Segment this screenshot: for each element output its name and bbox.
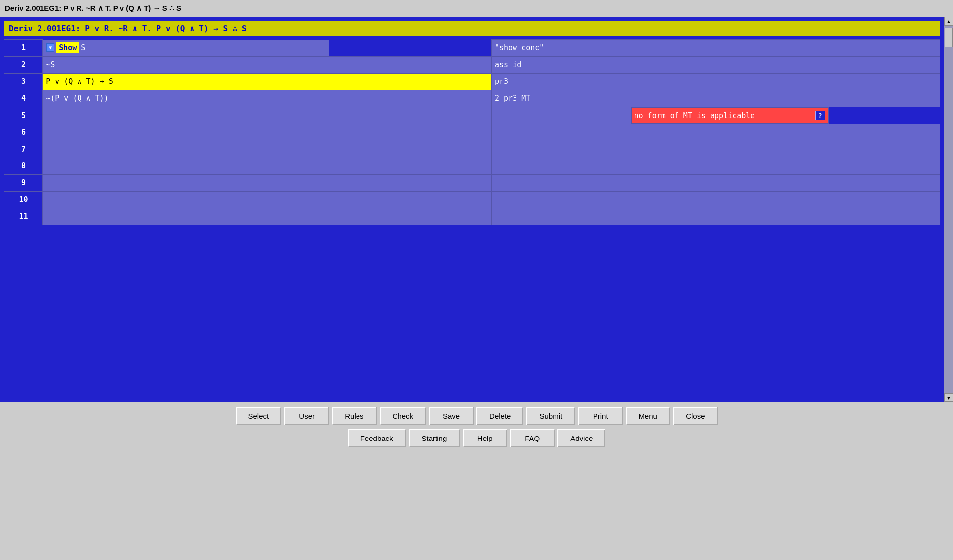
table-row: 4~(P v (Q ∧ T))2 pr3 MT bbox=[4, 90, 940, 107]
table-row: 1▼Show S"show conc" bbox=[4, 40, 940, 57]
row-number: 3 bbox=[4, 73, 43, 90]
row-formula: ~S bbox=[43, 56, 492, 73]
row-formula bbox=[43, 191, 492, 208]
dropdown-arrow-icon[interactable]: ▼ bbox=[46, 43, 54, 52]
user-button[interactable]: User bbox=[284, 407, 329, 425]
row-extra bbox=[631, 73, 940, 90]
row-extra bbox=[631, 90, 940, 107]
button-row-2: FeedbackStartingHelpFAQAdvice bbox=[0, 429, 953, 447]
delete-button[interactable]: Delete bbox=[476, 407, 523, 425]
row-extra bbox=[631, 191, 940, 208]
help-button[interactable]: Help bbox=[463, 429, 507, 447]
deriv-title: Deriv 2.001EG1: P v R. ~R ∧ T. P v (Q ∧ … bbox=[4, 21, 940, 36]
row-justification[interactable] bbox=[491, 107, 631, 124]
scroll-up-button[interactable]: ▲ bbox=[944, 17, 953, 26]
row-number: 1 bbox=[4, 40, 43, 57]
table-row: 9 bbox=[4, 174, 940, 191]
row-formula bbox=[43, 208, 492, 225]
menu-button[interactable]: Menu bbox=[626, 407, 670, 425]
row-number: 2 bbox=[4, 56, 43, 73]
row-formula bbox=[43, 124, 492, 141]
proof-table: 1▼Show S"show conc"2~Sass id3P v (Q ∧ T)… bbox=[4, 39, 940, 225]
row-justification[interactable] bbox=[491, 191, 631, 208]
row-number: 5 bbox=[4, 107, 43, 124]
help-q-badge[interactable]: ? bbox=[815, 111, 825, 120]
row-formula bbox=[43, 158, 492, 174]
row-number: 11 bbox=[4, 208, 43, 225]
row-justification[interactable] bbox=[491, 158, 631, 174]
row-justification[interactable]: 2 pr3 MT bbox=[491, 90, 631, 107]
row-number: 9 bbox=[4, 174, 43, 191]
table-row: 6 bbox=[4, 124, 940, 141]
row-justification[interactable]: "show conc" bbox=[491, 40, 631, 57]
table-row: 3P v (Q ∧ T) → Spr3 bbox=[4, 73, 940, 90]
button-row-1: SelectUserRulesCheckSaveDeleteSubmitPrin… bbox=[0, 407, 953, 425]
row-formula[interactable]: ▼Show S bbox=[43, 40, 329, 56]
advice-button[interactable]: Advice bbox=[557, 429, 605, 447]
row-extra bbox=[631, 208, 940, 225]
scrollbar[interactable]: ▲ ▼ bbox=[944, 17, 953, 402]
error-message: no form of MT is applicable bbox=[635, 111, 755, 120]
row-formula bbox=[43, 141, 492, 158]
row-formula bbox=[43, 107, 492, 124]
print-button[interactable]: Print bbox=[578, 407, 623, 425]
row-number: 8 bbox=[4, 158, 43, 174]
row-extra bbox=[631, 174, 940, 191]
check-button[interactable]: Check bbox=[380, 407, 427, 425]
show-label: Show bbox=[56, 42, 79, 53]
row-extra bbox=[631, 141, 940, 158]
table-row: 2~Sass id bbox=[4, 56, 940, 73]
table-row: 5no form of MT is applicable? bbox=[4, 107, 940, 124]
row-number: 4 bbox=[4, 90, 43, 107]
table-row: 8 bbox=[4, 158, 940, 174]
table-row: 10 bbox=[4, 191, 940, 208]
table-row: 7 bbox=[4, 141, 940, 158]
scroll-thumb[interactable] bbox=[945, 28, 953, 47]
row-justification[interactable]: ass id bbox=[491, 56, 631, 73]
feedback-button[interactable]: Feedback bbox=[348, 429, 406, 447]
starting-button[interactable]: Starting bbox=[409, 429, 460, 447]
title-bar: Deriv 2.001EG1: P v R. ~R ∧ T. P v (Q ∧ … bbox=[0, 0, 953, 17]
row-formula: ~(P v (Q ∧ T)) bbox=[43, 90, 492, 107]
row-formula: P v (Q ∧ T) → S bbox=[43, 73, 492, 90]
row-justification[interactable]: pr3 bbox=[491, 73, 631, 90]
row-extra bbox=[631, 124, 940, 141]
row-extra bbox=[631, 56, 940, 73]
close-button[interactable]: Close bbox=[673, 407, 717, 425]
scroll-down-button[interactable]: ▼ bbox=[944, 393, 953, 402]
select-button[interactable]: Select bbox=[236, 407, 282, 425]
row-justification[interactable] bbox=[491, 208, 631, 225]
scroll-track bbox=[944, 26, 953, 393]
row-number: 10 bbox=[4, 191, 43, 208]
row-justification[interactable] bbox=[491, 141, 631, 158]
row-extra bbox=[631, 40, 940, 57]
row-number: 6 bbox=[4, 124, 43, 141]
row-formula bbox=[43, 174, 492, 191]
faq-button[interactable]: FAQ bbox=[510, 429, 555, 447]
formula-text: S bbox=[81, 43, 85, 52]
row-justification[interactable] bbox=[491, 124, 631, 141]
row-extra: no form of MT is applicable? bbox=[631, 107, 829, 124]
row-justification[interactable] bbox=[491, 174, 631, 191]
proof-panel: Deriv 2.001EG1: P v R. ~R ∧ T. P v (Q ∧ … bbox=[0, 17, 944, 402]
bottom-area: SelectUserRulesCheckSaveDeleteSubmitPrin… bbox=[0, 402, 953, 456]
save-button[interactable]: Save bbox=[429, 407, 474, 425]
submit-button[interactable]: Submit bbox=[526, 407, 575, 425]
rules-button[interactable]: Rules bbox=[332, 407, 376, 425]
title-text: Deriv 2.001EG1: P v R. ~R ∧ T. P v (Q ∧ … bbox=[0, 0, 953, 17]
row-extra bbox=[631, 158, 940, 174]
row-number: 7 bbox=[4, 141, 43, 158]
table-row: 11 bbox=[4, 208, 940, 225]
